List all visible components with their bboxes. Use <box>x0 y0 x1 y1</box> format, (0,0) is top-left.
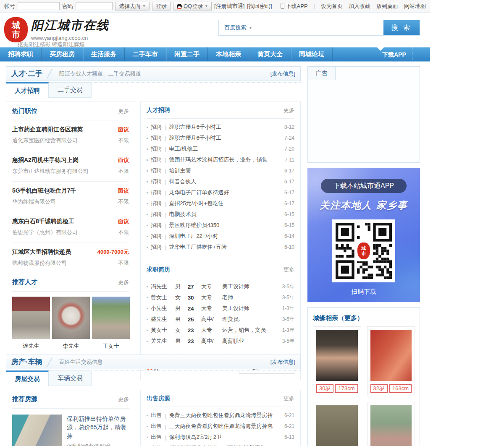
job-card[interactable]: 惠东白石8千诚聘质检工 面议 伯恩光学（惠州）有限公司 不限 <box>12 212 129 243</box>
sale-list-item[interactable]: 出售 | 免费三天两夜包吃包住看房鼎龙湾海景房拎 6-21 <box>147 410 294 421</box>
recruit-list-more-link[interactable]: 更多 <box>284 107 294 114</box>
recruit-list-item[interactable]: 招聘 | 电工/机修工 7-20 <box>147 143 294 154</box>
app-download-banner[interactable]: 下载本站城市通APP 关注本地人 家乡事 城市 扫码下载 <box>307 168 420 302</box>
recruit-list-item[interactable]: 招聘 | 电脑技术员 6-15 <box>147 209 294 220</box>
job-title: 急招A2司机生手练习上岗 <box>12 156 115 164</box>
nav-item[interactable]: 同城论坛 <box>291 47 333 61</box>
job-card[interactable]: 5G手机白班包吃住月7千 面议 华为终端有限公司 不限 <box>12 182 129 212</box>
login-button[interactable]: 登录 <box>152 2 171 10</box>
tab-talent-recruit[interactable]: 人才招聘 <box>6 82 49 98</box>
recruit-list-item[interactable]: 招聘 | 直招25元/小时+包吃住 6-17 <box>147 198 294 209</box>
tab-house-trade[interactable]: 房屋交易 <box>6 370 49 386</box>
download-app-link[interactable]: 下载APP <box>281 3 308 10</box>
recruit-list-item[interactable]: 招聘 | 德国菲玛艺术涂料店招店长，业务，销售 7-11 <box>147 154 294 165</box>
search-button[interactable]: 搜 索 <box>383 20 420 35</box>
bullet-icon <box>147 297 148 298</box>
housing-section-header: 房产·车辆 百姓生活交易信息 [发布信息] <box>6 355 301 369</box>
nav-item[interactable]: 闲置二手 <box>166 47 208 61</box>
dating-card[interactable]: 32岁 163cm <box>367 326 415 396</box>
recruit-date: 6-14 <box>284 233 294 239</box>
dating-card[interactable]: 28岁 155cm <box>313 402 361 446</box>
sale-housing-more-link[interactable]: 更多 <box>284 395 294 402</box>
job-card[interactable]: 上市药企直聘阳江各区精英 面议 通化东宝医药经营有限公司 不限 <box>12 120 129 151</box>
sale-list-item[interactable]: 出售 | 稀缺别墅后几套总价126万起售楼部直售 5-13 <box>147 443 294 446</box>
sale-housing-panel: 出售房源 更多 出售 | 免费三天两夜包吃包住看房鼎龙湾海景房拎 6-21 <box>140 390 301 446</box>
housing-listing-card[interactable]: 保利新推出特价单位房源，总价65万起，精装拎 保利顺峰北洛秘境 1室1厅 | 5… <box>12 409 129 446</box>
register-link[interactable]: [注册城市通] <box>214 3 244 10</box>
forgot-password-link[interactable]: [找回密码] <box>247 3 272 10</box>
hot-jobs-more-link[interactable]: 更多 <box>118 107 129 115</box>
bullet-icon <box>147 319 148 320</box>
recruit-list-item[interactable]: 招聘 | 辞职方便月6千小时工 8-12 <box>147 122 294 133</box>
recommend-people-more-link[interactable]: 更多 <box>118 279 129 286</box>
dating-card[interactable]: 30岁 173cm <box>313 326 361 396</box>
recruit-list-item[interactable]: 招聘 | 深圳电子厂22+/小时 6-14 <box>147 231 294 242</box>
job-card[interactable]: 江城区大里招聘快递员 4000-7000元 德邦物流股份有限公司 不限 <box>12 243 129 273</box>
password-label: 密码 <box>62 3 73 10</box>
sitemap-link[interactable]: 网站地图 <box>404 3 426 10</box>
divider: | <box>165 124 166 130</box>
nav-item[interactable]: 生活服务 <box>83 47 125 61</box>
sale-list-item[interactable]: 出售 | 保利海陵岛2室2厅2卫 5-13 <box>147 432 294 443</box>
resume-gender: 男 <box>175 305 188 312</box>
tab-vehicle-trade[interactable]: 车辆交易 <box>49 370 92 386</box>
recruit-list-item[interactable]: 招聘 | 辞职方便月6千小时工 7-24 <box>147 133 294 143</box>
recruit-date: 6-15 <box>284 211 294 217</box>
recruit-list-item[interactable]: 招聘 | 培训主管 6-17 <box>147 165 294 176</box>
nav-item[interactable]: 二手车市 <box>125 47 166 61</box>
resume-list-item[interactable]: 冯先生 男 27 大专 美工设计师 3-5年 <box>147 281 294 292</box>
resume-list: 冯先生 男 27 大专 美工设计师 3-5年 曾女士 女 30 <box>147 278 294 349</box>
add-favorite-link[interactable]: 加入收藏 <box>349 3 370 10</box>
search-input[interactable] <box>258 20 383 35</box>
recruit-date: 7-24 <box>284 135 294 141</box>
resume-list-item[interactable]: 盛先生 男 25 高中/ 理货员. 3-5年 <box>147 314 294 325</box>
housing-post-info-link[interactable]: [发布信息] <box>270 358 295 366</box>
resume-more-link[interactable]: 更多 <box>284 266 294 274</box>
dating-card[interactable]: 25岁 175cm <box>367 402 415 446</box>
tab-secondhand-trade[interactable]: 二手交易 <box>49 82 92 98</box>
nav-item-label: 同城论坛 <box>299 50 324 58</box>
set-home-link[interactable]: 设为首页 <box>321 3 343 10</box>
recruit-tag: 招聘 <box>151 200 162 207</box>
nav-item[interactable]: 本地相亲 <box>208 47 249 61</box>
sale-tag: 出售 <box>151 444 162 446</box>
sale-list-item[interactable]: 出售 | 三天两夜免费看房包吃住鼎龙湾海景房拎包 6-21 <box>147 421 294 432</box>
resume-position: 理货员. <box>222 316 280 323</box>
password-input[interactable] <box>76 2 113 10</box>
site-name: 阳江城市在线 <box>31 17 109 34</box>
recommend-housing-more-link[interactable]: 更多 <box>118 396 129 403</box>
recruit-date: 6-17 <box>284 201 294 206</box>
resume-list-item[interactable]: 小先生 男 24 大专 美工设计师 1-3年 <box>147 303 294 314</box>
person-card[interactable]: 王女士 <box>92 297 130 350</box>
recruit-list-item[interactable]: 招聘 | 景区秩序维护员4350 6-15 <box>147 220 294 231</box>
nav-item[interactable]: 招聘求职 <box>0 47 42 61</box>
bullet-icon <box>147 330 148 331</box>
qq-login-button[interactable]: QQ登录 ▼ <box>173 2 212 10</box>
resume-list-item[interactable]: 黄女士 女 23 大专 运营，销售，文员 1-3年 <box>147 325 294 336</box>
job-card[interactable]: 急招A2司机生手练习上岗 面议 东莞市正达机动车服务有限公司 不限 <box>12 151 129 182</box>
nav-item[interactable]: 黄页大全 <box>249 47 291 61</box>
banner-pill: 下载本站城市通APP <box>321 179 407 193</box>
site-logo[interactable]: 城市 阳江城市在线 www.yangjiang.ccoo.cn <box>4 17 109 42</box>
nav-item[interactable]: 买房租房 <box>42 47 83 61</box>
person-card[interactable]: 李先生 <box>52 297 90 350</box>
job-company: 德邦物流股份有限公司 <box>12 259 115 267</box>
search-engine-select[interactable]: 百度搜索 ▼ <box>219 20 258 35</box>
resume-list-item[interactable]: 关先生 男 23 高中/ 高薪职业 3-5年 <box>147 336 294 347</box>
recruit-date: 6-15 <box>284 222 294 228</box>
qr-center-seal: 城市 <box>355 240 373 261</box>
person-card[interactable]: 连先生 <box>12 297 50 350</box>
nav-download-app-label: 下载APP <box>382 51 406 59</box>
talent-post-info-link[interactable]: [发布信息] <box>270 70 295 78</box>
dating-box: 城缘相亲（更多） 30岁 173cm 32岁 <box>307 307 420 446</box>
job-scope: 不限 <box>118 167 129 175</box>
account-input[interactable] <box>18 2 60 10</box>
housing-section: 房产·车辆 百姓生活交易信息 [发布信息] 房屋交易 车辆交易 推荐房源 更多 … <box>6 355 301 446</box>
recruit-list-item[interactable]: 招聘 | 龙华电子厂订单多待遇好 6-17 <box>147 187 294 198</box>
to-desktop-link[interactable]: 放到桌面 <box>376 3 398 10</box>
recruit-list-item[interactable]: 招聘 | 龙华电子厂供吃住+五险 6-10 <box>147 242 294 253</box>
recruit-list-item[interactable]: 招聘 | 抖音合伙人 6-17 <box>147 176 294 187</box>
resume-list-item[interactable]: 曾女士 女 30 大专 老师 3-5年 <box>147 292 294 303</box>
dating-title-link[interactable]: 城缘相亲（更多） <box>313 313 415 326</box>
goto-select[interactable]: 选择去向 ▼ <box>115 2 150 10</box>
